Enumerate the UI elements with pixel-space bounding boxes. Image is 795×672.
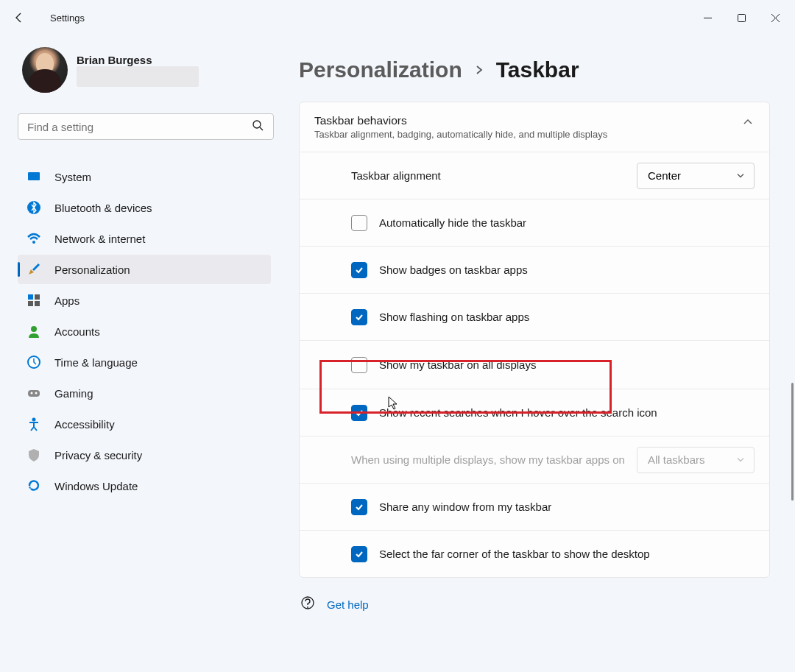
checkbox-share-window[interactable] bbox=[351, 499, 367, 515]
taskbar-behaviors-card: Taskbar behaviors Taskbar alignment, bad… bbox=[299, 102, 770, 578]
nav-personalization[interactable]: Personalization bbox=[18, 255, 271, 284]
scrollbar-thumb[interactable] bbox=[791, 383, 794, 501]
nav-update[interactable]: Windows Update bbox=[18, 471, 271, 501]
multi-display-dropdown: All taskbars bbox=[637, 447, 755, 473]
breadcrumb-parent[interactable]: Personalization bbox=[299, 57, 462, 82]
monitor-icon bbox=[26, 169, 41, 184]
nav-label: Apps bbox=[54, 294, 80, 307]
nav-privacy[interactable]: Privacy & security bbox=[18, 440, 271, 470]
card-title: Taskbar behaviors bbox=[314, 114, 729, 127]
row-label: Automatically hide the taskbar bbox=[379, 216, 755, 229]
gamepad-icon bbox=[26, 386, 41, 400]
row-label: Select the far corner of the taskbar to … bbox=[379, 548, 755, 560]
bluetooth-icon bbox=[26, 200, 41, 215]
titlebar: Settings bbox=[0, 0, 795, 35]
svg-rect-0 bbox=[738, 14, 745, 21]
minimize-button[interactable] bbox=[690, 6, 724, 29]
nav-label: Gaming bbox=[54, 387, 93, 400]
svg-rect-2 bbox=[28, 172, 40, 180]
row-recent-searches: Show recent searches when I hover over t… bbox=[300, 389, 769, 436]
paintbrush-icon bbox=[26, 262, 41, 277]
svg-rect-6 bbox=[28, 294, 33, 300]
svg-point-10 bbox=[31, 326, 37, 332]
nav-label: System bbox=[54, 171, 91, 183]
row-share-window: Share any window from my taskbar bbox=[300, 483, 769, 530]
row-badges: Show badges on taskbar apps bbox=[300, 246, 769, 293]
nav-system[interactable]: System bbox=[18, 162, 271, 191]
dropdown-value: All taskbars bbox=[648, 453, 705, 466]
shield-icon bbox=[26, 448, 41, 462]
avatar bbox=[22, 47, 68, 93]
card-header[interactable]: Taskbar behaviors Taskbar alignment, bad… bbox=[300, 102, 769, 152]
nav-list: System Bluetooth & devices Network & int… bbox=[18, 162, 271, 501]
nav-network[interactable]: Network & internet bbox=[18, 224, 271, 253]
svg-point-17 bbox=[307, 606, 308, 608]
clock-icon bbox=[26, 355, 41, 369]
row-label: Show recent searches when I hover over t… bbox=[379, 406, 755, 419]
user-email-placeholder bbox=[77, 66, 199, 87]
row-auto-hide: Automatically hide the taskbar bbox=[300, 199, 769, 246]
checkbox-far-corner[interactable] bbox=[351, 546, 367, 562]
search-icon bbox=[252, 119, 264, 134]
row-far-corner: Select the far corner of the taskbar to … bbox=[300, 530, 769, 577]
nav-accounts[interactable]: Accounts bbox=[18, 316, 271, 346]
row-label: When using multiple displays, show my ta… bbox=[351, 453, 625, 466]
checkbox-badges[interactable] bbox=[351, 262, 367, 278]
checkbox-recent-searches[interactable] bbox=[351, 405, 367, 421]
search-input[interactable] bbox=[18, 113, 274, 140]
get-help-link[interactable]: Get help bbox=[327, 598, 369, 611]
apps-icon bbox=[26, 293, 41, 308]
user-name: Brian Burgess bbox=[77, 54, 199, 66]
row-multi-display-apps: When using multiple displays, show my ta… bbox=[300, 436, 769, 483]
row-label: Show flashing on taskbar apps bbox=[379, 311, 755, 323]
user-profile[interactable]: Brian Burgess bbox=[18, 47, 271, 93]
checkbox-flashing[interactable] bbox=[351, 309, 367, 325]
window-title: Settings bbox=[50, 13, 85, 24]
svg-point-5 bbox=[32, 241, 35, 244]
sidebar: Brian Burgess System bbox=[0, 35, 280, 672]
row-flashing: Show flashing on taskbar apps bbox=[300, 293, 769, 340]
nav-label: Time & language bbox=[54, 356, 138, 369]
update-icon bbox=[26, 478, 41, 493]
svg-point-14 bbox=[35, 392, 38, 395]
breadcrumb-current: Taskbar bbox=[496, 57, 579, 82]
nav-gaming[interactable]: Gaming bbox=[18, 378, 271, 408]
maximize-button[interactable] bbox=[724, 6, 758, 29]
card-subtitle: Taskbar alignment, badging, automaticall… bbox=[314, 129, 729, 140]
help-icon bbox=[300, 595, 315, 613]
nav-label: Accessibility bbox=[54, 418, 115, 431]
wifi-icon bbox=[26, 231, 41, 246]
svg-point-1 bbox=[253, 121, 261, 128]
breadcrumb-separator-icon bbox=[474, 62, 484, 79]
breadcrumb: Personalization Taskbar bbox=[299, 57, 770, 82]
help-row: Get help bbox=[299, 578, 770, 613]
chevron-down-icon bbox=[736, 169, 745, 182]
row-all-displays: Show my taskbar on all displays bbox=[300, 340, 769, 389]
person-icon bbox=[26, 324, 41, 339]
row-label: Show my taskbar on all displays bbox=[379, 358, 755, 371]
back-button[interactable] bbox=[3, 1, 35, 34]
accessibility-icon bbox=[26, 417, 41, 431]
close-button[interactable] bbox=[758, 6, 792, 29]
nav-apps[interactable]: Apps bbox=[18, 286, 271, 315]
nav-label: Personalization bbox=[54, 264, 130, 276]
nav-label: Windows Update bbox=[54, 480, 138, 492]
dropdown-value: Center bbox=[648, 169, 681, 182]
nav-accessibility[interactable]: Accessibility bbox=[18, 409, 271, 439]
svg-point-13 bbox=[31, 392, 33, 395]
row-label: Taskbar alignment bbox=[351, 169, 625, 182]
svg-point-15 bbox=[32, 418, 36, 422]
nav-bluetooth[interactable]: Bluetooth & devices bbox=[18, 193, 271, 222]
taskbar-alignment-dropdown[interactable]: Center bbox=[637, 163, 755, 189]
row-taskbar-alignment: Taskbar alignment Center bbox=[300, 152, 769, 199]
nav-label: Accounts bbox=[54, 325, 100, 338]
nav-time[interactable]: Time & language bbox=[18, 347, 271, 377]
chevron-up-icon bbox=[743, 117, 753, 130]
checkbox-auto-hide[interactable] bbox=[351, 215, 367, 231]
checkbox-all-displays[interactable] bbox=[351, 357, 367, 373]
svg-rect-12 bbox=[28, 390, 40, 397]
nav-label: Bluetooth & devices bbox=[54, 202, 152, 214]
svg-rect-9 bbox=[35, 301, 40, 306]
chevron-down-icon bbox=[736, 453, 745, 466]
svg-rect-7 bbox=[35, 294, 40, 300]
